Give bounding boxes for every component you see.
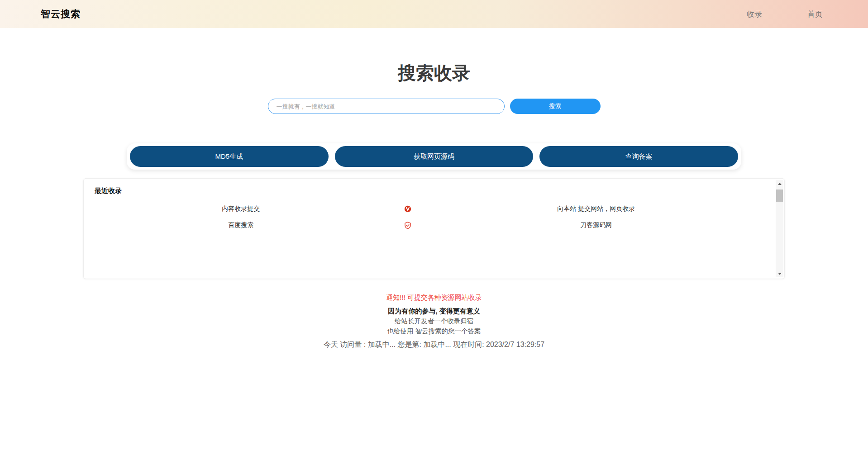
record-desc[interactable]: 刀客源码网: [428, 221, 764, 229]
panel-scrollbar[interactable]: [776, 180, 783, 277]
nav-link-shoulu[interactable]: 收录: [747, 9, 762, 19]
recent-records-title: 最近收录: [95, 187, 764, 195]
nav-link-home[interactable]: 首页: [807, 9, 823, 19]
verified-badge-icon: [387, 205, 428, 213]
query-icp-button[interactable]: 查询备案: [539, 146, 738, 167]
search-row: 搜索: [0, 99, 868, 114]
slogan-bold: 因为有你的参与, 变得更有意义: [0, 306, 868, 316]
md5-generate-button[interactable]: MD5生成: [130, 146, 329, 167]
quick-links-bar: MD5生成 获取网页源码 查询备案: [127, 143, 741, 170]
scroll-up-icon[interactable]: [776, 180, 783, 187]
search-input[interactable]: [268, 99, 505, 114]
get-page-source-button[interactable]: 获取网页源码: [335, 146, 534, 167]
notice-text: 通知!!! 可提交各种资源网站收录: [0, 294, 868, 302]
shield-check-icon: [387, 222, 428, 229]
scroll-down-icon[interactable]: [776, 270, 783, 277]
record-desc[interactable]: 向本站 提交网站，网页收录: [428, 205, 764, 213]
visit-stats: 今天 访问量 : 加载中... 您是第: 加载中... 现在时间: 2023/2…: [0, 340, 868, 350]
table-row: 内容收录提交 向本站 提交网站，网页收录: [95, 201, 764, 217]
slogan-line3: 也给使用 智云搜索的您一个答案: [0, 326, 868, 336]
slogan-line2: 给站长开发者一个收录归宿: [0, 316, 868, 326]
record-name[interactable]: 内容收录提交: [95, 205, 387, 213]
search-button[interactable]: 搜索: [510, 99, 601, 114]
page-title: 搜索收录: [0, 62, 868, 84]
recent-records-panel: 最近收录 内容收录提交 向本站 提交网站，网页收录 百度搜索 刀客源码网: [83, 178, 785, 279]
header: 智云搜索 收录 首页: [0, 0, 868, 28]
table-row: 百度搜索 刀客源码网: [95, 217, 764, 233]
site-logo[interactable]: 智云搜索: [41, 8, 81, 20]
header-nav: 收录 首页: [747, 9, 823, 19]
scrollbar-thumb[interactable]: [776, 189, 783, 202]
footer: 通知!!! 可提交各种资源网站收录 因为有你的参与, 变得更有意义 给站长开发者…: [0, 294, 868, 350]
record-name[interactable]: 百度搜索: [95, 221, 387, 229]
